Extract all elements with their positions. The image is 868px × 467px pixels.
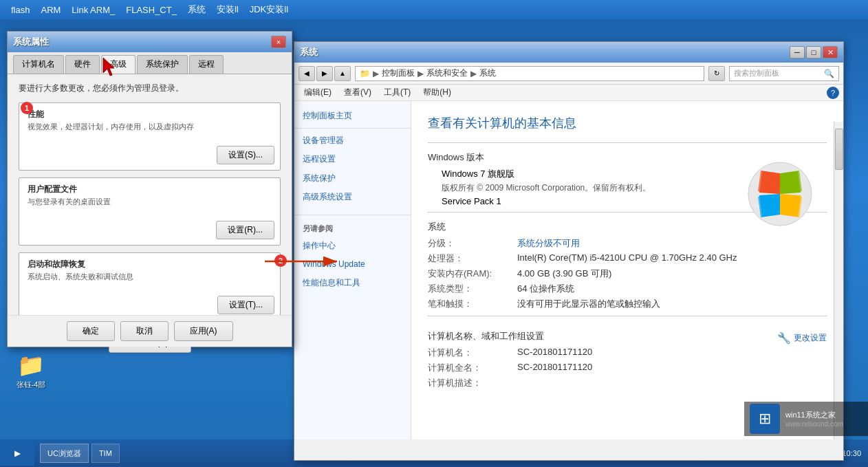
computer-desc-label: 计算机描述： xyxy=(428,377,517,389)
help-icon-button[interactable]: ? xyxy=(827,87,839,99)
change-settings-icon: 🔧 xyxy=(777,332,791,345)
performance-settings-button[interactable]: 设置(S)... xyxy=(217,146,274,164)
cp-search-box[interactable]: 搜索控制面板 🔍 xyxy=(729,66,839,81)
performance-btn-container: 设置(S)... xyxy=(19,143,280,170)
cp-breadcrumb[interactable]: 📁 ▶ 控制面板 ▶ 系统和安全 ▶ 系统 xyxy=(355,66,704,81)
breadcrumb-system[interactable]: 系统 xyxy=(479,67,496,79)
tab-hardware[interactable]: 硬件 xyxy=(65,55,100,74)
rating-label: 分级： xyxy=(428,237,517,250)
dialog-title: 系统属性 xyxy=(13,36,49,48)
cp-back-button[interactable]: ◀ xyxy=(299,66,315,81)
top-taskbar-icons: flash ARM Link ARM_ FLASH_CT_ 系统 安装ll JD… xyxy=(0,2,299,17)
watermark-url: www.relsound.com xyxy=(785,420,843,428)
taskbar-app-item[interactable]: UC浏览器 xyxy=(40,444,89,463)
profiles-settings-button[interactable]: 设置(R)... xyxy=(216,221,274,239)
watermark-title: win11系统之家 xyxy=(785,410,843,420)
taskbar-app-tim[interactable]: TIM xyxy=(91,444,120,463)
taskbar-arm[interactable]: ARM xyxy=(36,3,65,17)
menu-help[interactable]: 帮助(H) xyxy=(417,85,457,100)
startup-title: 启动和故障恢复 xyxy=(28,259,272,270)
processor-value: Intel(R) Core(TM) i5-4210U CPU @ 1.70GHz… xyxy=(517,252,827,263)
sidebar-link-remote[interactable]: 远程设置 xyxy=(294,150,411,169)
cp-refresh-button[interactable]: ↻ xyxy=(708,66,725,81)
processor-label: 处理器： xyxy=(428,252,517,265)
search-placeholder: 搜索控制面板 xyxy=(734,68,779,78)
pen-label: 笔和触摸： xyxy=(428,298,517,310)
time-display: 10:30 xyxy=(842,449,861,457)
profiles-section-inner: 用户配置文件 与您登录有关的桌面设置 xyxy=(19,178,280,218)
cp-main: 查看有关计算机的基本信息 Windows 版本 xyxy=(411,101,843,439)
apply-button[interactable]: 应用(A) xyxy=(174,321,233,341)
computer-name-label: 计算机名： xyxy=(428,347,517,359)
change-settings-text[interactable]: 更改设置 xyxy=(794,332,827,344)
taskbar-link-arm[interactable]: Link ARM_ xyxy=(67,3,119,17)
cp-forward-button[interactable]: ▶ xyxy=(316,66,333,81)
dialog-section-performance: 性能 视觉效果，处理器计划，内存使用，以及虚拟内存 设置(S)... xyxy=(19,102,281,171)
cp-titlebar: 系统 ─ □ ✕ xyxy=(294,42,843,63)
rating-value[interactable]: 系统分级不可用 xyxy=(517,237,827,250)
taskbar-system[interactable]: 系统 xyxy=(184,2,210,17)
section-divider-1 xyxy=(428,142,827,143)
sidebar-link-perf-info[interactable]: 性能信息和工具 xyxy=(294,274,411,292)
breadcrumb-cp[interactable]: 控制面板 xyxy=(382,67,415,79)
cp-win-controls: ─ □ ✕ xyxy=(790,46,838,58)
breadcrumb-home-icon: 📁 xyxy=(360,69,370,78)
dialog-note: 要进行大多数更改，您必须作为管理员登录。 xyxy=(19,83,281,94)
cp-menubar: 编辑(E) 查看(V) 工具(T) 帮助(H) ? xyxy=(294,85,843,101)
menu-edit[interactable]: 编辑(E) xyxy=(299,85,337,100)
info-row-pen: 笔和触摸： 没有可用于此显示器的笔或触控输入 xyxy=(428,298,827,310)
taskbar-flash[interactable]: flash xyxy=(7,3,34,17)
taskbar-jdk[interactable]: JDK安装ll xyxy=(246,2,292,17)
dialog-section-profiles: 用户配置文件 与您登录有关的桌面设置 设置(R)... xyxy=(19,177,281,246)
start-button[interactable]: ▶ xyxy=(0,441,34,466)
cp-close-button[interactable]: ✕ xyxy=(823,46,838,58)
system-type-label: 系统类型： xyxy=(428,283,517,295)
dialog-win-controls: × xyxy=(271,36,286,48)
cp-window: 系统 ─ □ ✕ ◀ ▶ ▲ 📁 ▶ 控制面板 ▶ 系统和安全 ▶ 系统 xyxy=(294,41,844,461)
profiles-btn-container: 设置(R)... xyxy=(19,218,280,245)
desktop: flash ARM Link ARM_ FLASH_CT_ 系统 安装ll JD… xyxy=(0,0,868,467)
zhang-label: 张钰-4部 xyxy=(17,380,46,389)
sidebar-link-protection[interactable]: 系统保护 xyxy=(294,169,411,188)
system-type-value: 64 位操作系统 xyxy=(517,283,827,295)
sidebar-link-devices[interactable]: 设备管理器 xyxy=(294,131,411,150)
cp-minimize-button[interactable]: ─ xyxy=(790,46,805,58)
cp-maximize-button[interactable]: □ xyxy=(806,46,821,58)
breadcrumb-security[interactable]: 系统和安全 xyxy=(426,67,468,79)
info-row-computer-fullname: 计算机全名： SC-201801171120 xyxy=(428,362,592,374)
startup-settings-button[interactable]: 设置(T)... xyxy=(217,296,274,314)
section-divider-3 xyxy=(428,316,827,316)
sidebar-link-windows-update[interactable]: Windows Update xyxy=(294,255,411,274)
cancel-button[interactable]: 取消 xyxy=(120,321,169,341)
menu-view[interactable]: 查看(V) xyxy=(338,85,377,100)
sidebar-link-action-center[interactable]: 操作中心 xyxy=(294,237,411,255)
watermark-logo-container: ⊞ xyxy=(750,404,780,434)
ok-button[interactable]: 确定 xyxy=(67,321,115,341)
sidebar-link-home[interactable]: 控制面板主页 xyxy=(294,107,411,125)
change-settings-link[interactable]: 🔧 更改设置 xyxy=(777,332,827,345)
dialog-footer: 确定 取消 应用(A) xyxy=(8,315,292,347)
watermark: ⊞ win11系统之家 www.relsound.com xyxy=(744,402,868,436)
cp-up-button[interactable]: ▲ xyxy=(334,66,351,81)
cp-nav-buttons: ◀ ▶ ▲ xyxy=(299,66,351,81)
breadcrumb-sep2: ▶ xyxy=(417,69,424,78)
taskbar-flash-ct[interactable]: FLASH_CT_ xyxy=(122,3,181,17)
dialog-close-button[interactable]: × xyxy=(271,36,286,48)
sidebar-link-advanced[interactable]: 高级系统设置 xyxy=(294,188,411,206)
tab-computer-name[interactable]: 计算机名 xyxy=(13,55,64,74)
tab-remote[interactable]: 远程 xyxy=(189,55,224,74)
info-row-system-type: 系统类型： 64 位操作系统 xyxy=(428,283,827,295)
search-icon: 🔍 xyxy=(824,69,834,78)
dialog-titlebar: 系统属性 × xyxy=(8,32,292,52)
tab-advanced[interactable]: 高级 xyxy=(101,55,135,74)
tab-system-protection[interactable]: 系统保护 xyxy=(137,55,188,74)
dialog-tabs: 计算机名 硬件 高级 系统保护 远程 xyxy=(8,52,292,74)
ram-label: 安装内存(RAM): xyxy=(428,268,517,280)
scrollbar-thumb[interactable] xyxy=(835,129,843,170)
cp-sidebar: 控制面板主页 设备管理器 远程设置 系统保护 高级系统设置 另请参阅 操作中心 … xyxy=(294,101,411,439)
annotation-circle-1: 1 xyxy=(21,102,33,114)
taskbar-install[interactable]: 安装ll xyxy=(213,2,243,17)
cp-content: 控制面板主页 设备管理器 远程设置 系统保护 高级系统设置 另请参阅 操作中心 … xyxy=(294,101,843,439)
info-row-rating: 分级： 系统分级不可用 xyxy=(428,237,827,250)
menu-tools[interactable]: 工具(T) xyxy=(378,85,416,100)
